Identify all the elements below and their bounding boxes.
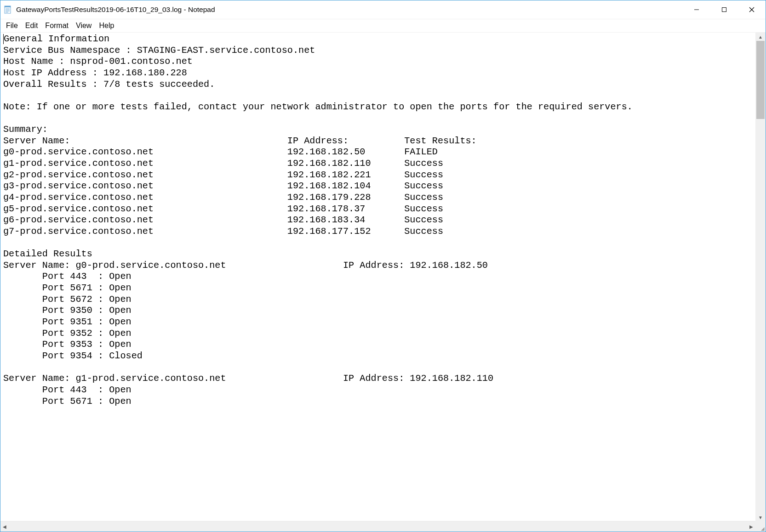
svg-rect-1 xyxy=(5,6,11,7)
vertical-scroll-thumb[interactable] xyxy=(756,41,765,119)
menu-view[interactable]: View xyxy=(72,21,95,31)
horizontal-scroll-track[interactable] xyxy=(9,521,747,532)
svg-rect-7 xyxy=(722,8,726,12)
vertical-scroll-track[interactable] xyxy=(755,41,766,513)
scroll-left-arrow-icon[interactable]: ◀ xyxy=(0,521,9,532)
scroll-right-arrow-icon[interactable]: ▶ xyxy=(747,521,755,532)
notepad-icon xyxy=(3,5,12,14)
notepad-window: GatewayPortsTestResults2019-06-16T10_29_… xyxy=(0,0,766,532)
window-controls xyxy=(683,0,766,19)
editor-text-area[interactable]: General Information Service Bus Namespac… xyxy=(0,33,766,521)
menu-edit[interactable]: Edit xyxy=(22,21,42,31)
maximize-button[interactable] xyxy=(710,0,738,19)
content-wrapper: General Information Service Bus Namespac… xyxy=(0,33,766,532)
close-button[interactable] xyxy=(738,0,766,19)
menu-file[interactable]: File xyxy=(2,21,22,31)
menu-help[interactable]: Help xyxy=(95,21,118,31)
minimize-button[interactable] xyxy=(683,0,710,19)
vertical-scrollbar[interactable]: ▲ ▼ xyxy=(755,33,766,521)
titlebar[interactable]: GatewayPortsTestResults2019-06-16T10_29_… xyxy=(0,0,766,19)
scroll-down-arrow-icon[interactable]: ▼ xyxy=(755,513,766,521)
window-title: GatewayPortsTestResults2019-06-16T10_29_… xyxy=(16,6,215,14)
menubar: File Edit Format View Help xyxy=(0,19,766,33)
menu-format[interactable]: Format xyxy=(41,21,72,31)
resize-grip-icon[interactable]: ◢ xyxy=(755,521,766,532)
horizontal-scrollbar[interactable]: ◀ ▶ ◢ xyxy=(0,521,766,532)
scroll-up-arrow-icon[interactable]: ▲ xyxy=(755,33,766,41)
